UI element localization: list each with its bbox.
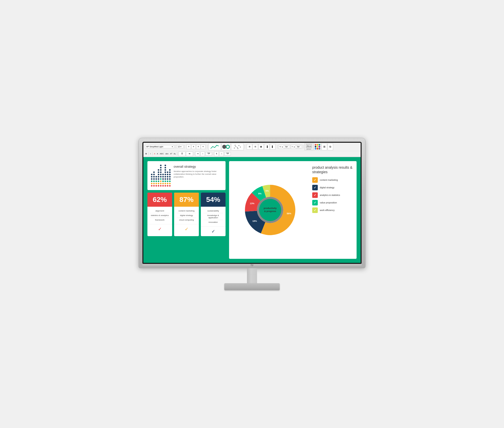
dot — [153, 185, 155, 187]
dot — [167, 185, 168, 187]
dot — [165, 169, 166, 171]
font-dropdown-arrow[interactable]: ▾ — [172, 146, 173, 148]
donut-container: 56%18%13%8%5% productivity & progress — [233, 165, 307, 255]
width-arrow-up[interactable]: ▲ — [282, 146, 283, 148]
dot — [167, 183, 168, 184]
stat-percentage: 87% — [179, 196, 194, 203]
align-justify-icon[interactable]: ≡ — [201, 145, 205, 149]
dot-column — [151, 165, 152, 187]
bold-button[interactable]: B — [145, 153, 147, 155]
stat-card: 54%sustainabilityknowledge & application… — [201, 193, 226, 236]
font-size-arrow[interactable]: ▾ — [180, 146, 181, 148]
stat-item: knowledge & application — [203, 213, 223, 220]
italic-button[interactable]: I — [150, 153, 151, 155]
strategy-card: overall strategy Iterative approaches to… — [147, 161, 226, 190]
stat-card: 87%content marketingdigital strategyclou… — [174, 193, 199, 236]
font-name: HP Simplified Light — [146, 146, 171, 148]
width-input-group: W ▲ — [278, 145, 290, 149]
color-grid-icon[interactable] — [314, 143, 321, 150]
dot-column — [158, 165, 159, 187]
dot — [169, 169, 171, 171]
legend-label: analytics & statistics — [320, 194, 340, 196]
font-size-selector[interactable]: 12 ▾ — [176, 145, 183, 148]
numbered-list-icon[interactable]: ≔ — [186, 152, 193, 156]
dot — [167, 174, 168, 175]
dot-column — [160, 165, 162, 187]
spacing-value[interactable]: 0pt — [205, 152, 212, 156]
dot-chart — [151, 165, 171, 187]
align-right-icon[interactable]: ≡ — [196, 145, 201, 149]
line-chart-icon[interactable] — [208, 143, 221, 150]
text-sub[interactable]: A₂ — [173, 153, 176, 155]
stat-percentage: 62% — [153, 196, 167, 203]
scatter-chart-icon[interactable] — [231, 143, 244, 150]
align-left-icon[interactable]: ≡ — [186, 145, 191, 149]
bar-chart-icon-2[interactable]: ▌ — [270, 144, 275, 150]
dot — [158, 169, 159, 171]
table-icon-1[interactable]: ⊞ — [247, 144, 252, 150]
right-panel: 56%18%13%8%5% productivity & progress pr… — [229, 161, 357, 259]
toolbar-row-1: HP Simplified Light ▾ 12 ▾ ≡ ≡ — [143, 143, 361, 151]
svg-point-8 — [235, 145, 236, 146]
grid-icon-1[interactable]: ⊞ — [322, 143, 327, 150]
dot — [165, 183, 166, 184]
stat-body: alignmentstatistics & analyticsframework — [147, 207, 172, 224]
stand-base — [224, 283, 280, 290]
dot-column — [167, 165, 168, 187]
spacing-icon[interactable]: ↕ — [200, 152, 205, 156]
segment-label-1: 18% — [253, 220, 257, 222]
dot — [153, 178, 155, 180]
dot — [165, 181, 166, 182]
donut-center-text: productivity & progress — [264, 207, 277, 213]
alignment-group: ≡ ≡ ≡ ≡ — [186, 145, 205, 149]
paragraph-icon[interactable]: ¶ — [214, 152, 219, 156]
stat-item: innovation — [203, 220, 223, 224]
dot — [158, 181, 159, 182]
segment-label-0: 56% — [287, 212, 291, 215]
dot — [160, 178, 162, 180]
toggle-icon[interactable] — [222, 143, 231, 150]
font-selector[interactable]: HP Simplified Light ▾ — [145, 145, 174, 148]
legend-color-icon: ✓ — [312, 185, 318, 190]
dot — [158, 171, 159, 173]
table-icon-2[interactable]: ⊟ — [253, 144, 258, 150]
text-A1[interactable]: A — [153, 153, 156, 155]
table-icon-3[interactable]: ▦ — [258, 144, 264, 150]
dot — [165, 174, 166, 175]
dot — [153, 174, 155, 175]
align-center-icon[interactable]: ≡ — [191, 145, 196, 149]
text-super[interactable]: A² — [170, 153, 173, 155]
line-spacing-value[interactable]: 0pt — [224, 152, 231, 156]
bullet-list-icon[interactable]: ☰ — [178, 152, 185, 156]
dot — [165, 185, 166, 187]
dot — [153, 171, 155, 173]
screen-bezel: HP Simplified Light ▾ 12 ▾ ≡ ≡ — [142, 142, 362, 264]
height-arrow-up[interactable]: ▲ — [294, 146, 295, 148]
svg-point-0 — [222, 145, 226, 149]
grid-icon-2[interactable]: ⧉ — [328, 143, 333, 150]
text-ABC[interactable]: ABC — [159, 153, 164, 155]
width-value[interactable] — [284, 145, 289, 148]
indent-icon[interactable]: ⇥ — [195, 152, 200, 156]
legend-label: work efficiency — [320, 209, 335, 211]
stand-neck — [247, 268, 257, 283]
toolbar-row-2: B I A A ABC abc A² A₂ ☰ ≔ — [143, 151, 361, 157]
legend-item: ✓content marketing — [312, 177, 353, 183]
line-spacing-icon[interactable]: ↕ — [219, 152, 224, 156]
bar-chart-icon[interactable]: ▐ — [264, 144, 270, 150]
legend-label: value proposition — [320, 201, 337, 204]
dot — [160, 174, 162, 175]
dot — [153, 183, 155, 184]
picture-icon[interactable]: picture — [304, 143, 313, 150]
dot — [151, 178, 152, 180]
dot-column — [153, 165, 155, 187]
dot — [165, 176, 166, 177]
height-value[interactable] — [296, 145, 301, 148]
legend-label: digital strategy — [320, 186, 334, 189]
text-abc[interactable]: abc — [165, 153, 169, 155]
dot — [151, 183, 152, 184]
text-A2[interactable]: A — [156, 153, 159, 155]
strategy-description: Iterative approaches to corporate strate… — [174, 170, 222, 179]
dot — [158, 176, 159, 177]
segment-label-4: 5% — [266, 190, 269, 192]
